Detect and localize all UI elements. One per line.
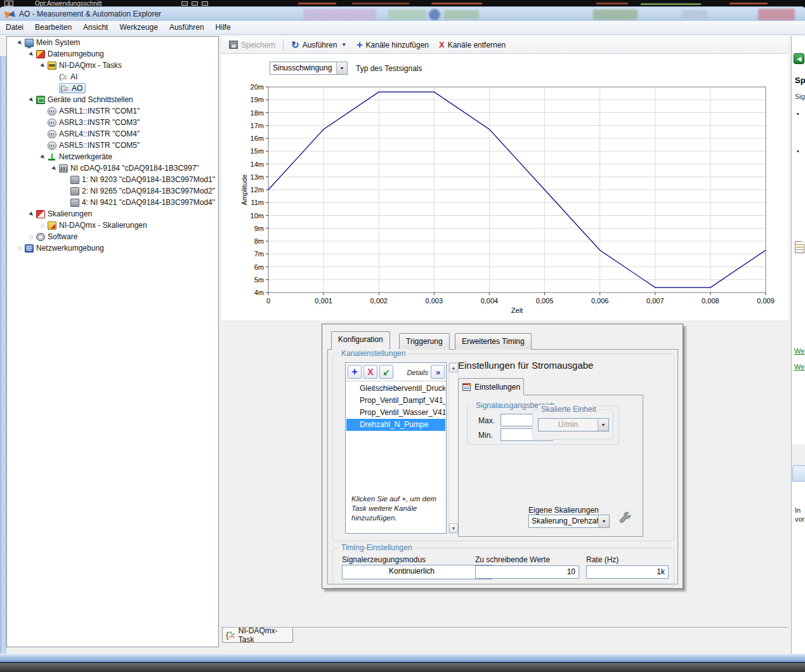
rate-field[interactable]: 1k: [586, 565, 669, 579]
tree-item-software[interactable]: ▷Software: [7, 231, 218, 242]
scroll-up-icon[interactable]: ▲: [449, 363, 458, 372]
tab-konfiguration[interactable]: Konfiguration: [331, 331, 390, 350]
tree-expander-icon[interactable]: ▶: [27, 209, 37, 219]
tab-erweitertes-timing[interactable]: Erweitertes Timing: [455, 333, 532, 350]
menu-item-werkzeuge[interactable]: Werkzeuge: [114, 21, 163, 35]
settings-tab[interactable]: Einstellungen: [458, 378, 524, 395]
svg-text:13m: 13m: [251, 173, 264, 181]
add-icon: +: [357, 41, 362, 49]
run-button[interactable]: ↻ Ausführen ▼: [286, 39, 351, 51]
tree-expander-icon[interactable]: ▶: [15, 37, 25, 48]
tree-item-netzwerkumgebung[interactable]: ▷Netzwerkumgebung: [7, 242, 218, 254]
tree-item-ao[interactable]: {AO: [7, 82, 218, 94]
tree-item-geräte-und-schnittstellen[interactable]: ▶Geräte und Schnittstellen: [7, 94, 218, 105]
tree-expander-icon[interactable]: ▷: [39, 223, 48, 228]
svg-text:0,004: 0,004: [481, 297, 499, 305]
svg-text:4m: 4m: [254, 289, 264, 296]
help-heading: Sp: [795, 76, 805, 85]
menu-item-datei[interactable]: Datei: [0, 21, 29, 35]
generation-mode-select[interactable]: Kontinuierlich ▼: [342, 565, 492, 579]
tree-item-asrl4-instr-com4[interactable]: ASRL4::INSTR "COM4": [7, 128, 218, 140]
details-expand-button[interactable]: »: [431, 365, 445, 379]
svg-text:5m: 5m: [254, 276, 264, 284]
menu-item-ansicht[interactable]: Ansicht: [77, 21, 114, 35]
run-dropdown-caret-icon[interactable]: ▼: [341, 42, 346, 48]
scales-icon: [36, 210, 45, 218]
samples-field[interactable]: 10: [475, 565, 579, 579]
remove-channels-label: Kanäle entfernen: [448, 41, 506, 49]
scaled-unit-group: Skalierte Einheit U/min ▼: [532, 409, 613, 440]
change-physical-channel-button[interactable]: ↙: [379, 365, 393, 379]
svg-text:{: {: [226, 631, 229, 640]
task-tab[interactable]: { NI-DAQmx-Task: [222, 628, 293, 643]
tree-expander-icon[interactable]: ▷: [27, 234, 36, 240]
svg-text:0,001: 0,001: [315, 297, 332, 305]
tree-item-ai[interactable]: {AI: [7, 71, 218, 82]
help-panel: ◀ Z Sp Sig • • We We In vor: [791, 36, 805, 672]
svg-text:{: {: [59, 73, 62, 81]
channel-item-prop-ventil-dampf-v41-2[interactable]: Prop_Ventil_Dampf_V41_2: [346, 395, 445, 407]
tree-item-1-ni-9203-cdaq9184-1b3c997mod1[interactable]: 1: NI 9203 "cDAQ9184-1B3C997Mod1": [7, 174, 218, 185]
tree-item-asrl5-instr-com5[interactable]: ASRL5::INSTR "COM5": [7, 140, 218, 151]
timing-caption: Timing-Einstellungen: [339, 543, 415, 552]
menu-item-ausführen[interactable]: Ausführen: [164, 21, 210, 35]
rate-label: Rate (Hz): [586, 555, 618, 564]
tree-item-datenumgebung[interactable]: ▶Datenumgebung: [7, 48, 218, 60]
add-channel-button[interactable]: +: [348, 365, 362, 379]
module-icon: [70, 176, 79, 184]
tree-expander-icon[interactable]: ▶: [38, 152, 48, 162]
tree-item-ni-cdaq-9184-cdaq9184-1b3c997[interactable]: ▶NI cDAQ-9184 "cDAQ9184-1B3C997": [7, 162, 218, 174]
channel-item-drehzahl-n-pumpe[interactable]: Drehzahl_N_Pumpe: [346, 419, 445, 431]
add-channels-button[interactable]: + Kanäle hinzufügen: [351, 39, 434, 51]
chevron-down-icon[interactable]: ▼: [598, 515, 609, 527]
remove-channel-button[interactable]: X: [363, 365, 377, 379]
tree-item-2-ni-9265-cdaq9184-1b3c997mod2[interactable]: 2: NI 9265 "cDAQ9184-1B3C997Mod2": [7, 185, 218, 197]
menu-item-bearbeiten[interactable]: Bearbeiten: [29, 21, 77, 35]
tree-item-mein-system[interactable]: ▶Mein System: [7, 37, 218, 48]
svg-text:12m: 12m: [251, 186, 264, 194]
tab-triggerung[interactable]: Triggerung: [399, 333, 450, 350]
samples-label: Zu schreibende Werte: [475, 555, 550, 564]
help-subheading: Sig: [795, 93, 805, 100]
channel-item-prop-ventil-wasser-v41-3[interactable]: Prop_Ventil_Wasser_V41_3: [346, 407, 445, 419]
tree-item-4-ni-9421-cdaq9184-1b3c997mod4[interactable]: 4: NI 9421 "cDAQ9184-1B3C997Mod4": [7, 197, 218, 208]
remove-channels-button[interactable]: X Kanäle entfernen: [434, 38, 511, 51]
tree-item-asrl3-instr-com3[interactable]: ASRL3::INSTR "COM3": [7, 117, 218, 128]
tree-expander-icon[interactable]: ▶: [38, 60, 48, 70]
help-link[interactable]: We: [794, 347, 804, 355]
scaled-unit-select[interactable]: U/min ▼: [538, 418, 609, 432]
scroll-down-icon[interactable]: ▼: [449, 524, 458, 533]
tree-expander-icon[interactable]: ▶: [27, 95, 37, 105]
custom-scales-select[interactable]: Skalierung_Drehzahl_N_ ▼: [528, 515, 610, 528]
chevron-down-icon[interactable]: ▼: [598, 419, 608, 431]
help-body-text: In: [795, 506, 801, 514]
help-top-pane: ◀ Z Sp Sig • • We We: [792, 36, 805, 444]
channel-list-scrollbar[interactable]: ▲ ▼: [448, 362, 459, 534]
save-button[interactable]: Speichern: [224, 39, 280, 51]
bullet: •: [797, 110, 799, 117]
serial-icon: [48, 107, 56, 115]
wrench-icon[interactable]: [618, 511, 631, 526]
taskfolder-icon: [48, 62, 56, 70]
daqmx-task-icon: {: [226, 631, 236, 640]
help-body-text: vor: [795, 515, 804, 523]
titlebar[interactable]: AO - Measurement & Automation Explorer: [0, 6, 805, 21]
channel-item-gleitschieberventil-druck-v41[interactable]: Gleitschieberventil_Druck_V41: [346, 383, 445, 395]
plus-icon: +: [351, 366, 358, 378]
daqmx-task-icon: {: [59, 73, 68, 81]
help-link[interactable]: We: [794, 363, 804, 371]
help-lower-header[interactable]: [792, 465, 805, 482]
tree-item-ni-daqmx-tasks[interactable]: ▶NI-DAQmx - Tasks: [7, 60, 218, 71]
x-icon: X: [367, 367, 373, 377]
tree-item-netzwerkgeräte[interactable]: ▶Netzwerkgeräte: [7, 151, 218, 162]
menu-item-hilfe[interactable]: Hilfe: [210, 21, 237, 35]
tree-item-ni-daqmx-skalierungen[interactable]: ▷NI-DAQmx - Skalierungen: [7, 220, 218, 231]
tree-item-asrl1-instr-com1[interactable]: ASRL1::INSTR "COM1": [7, 105, 218, 117]
tree-item-skalierungen[interactable]: ▶Skalierungen: [7, 208, 218, 220]
svg-text:9m: 9m: [254, 225, 264, 232]
svg-text:0,005: 0,005: [536, 297, 554, 305]
tree-expander-icon[interactable]: ▶: [27, 49, 37, 59]
tree-expander-icon[interactable]: ▷: [16, 246, 25, 251]
back-button[interactable]: ◀: [794, 53, 804, 64]
tree-expander-icon[interactable]: ▶: [49, 163, 60, 173]
